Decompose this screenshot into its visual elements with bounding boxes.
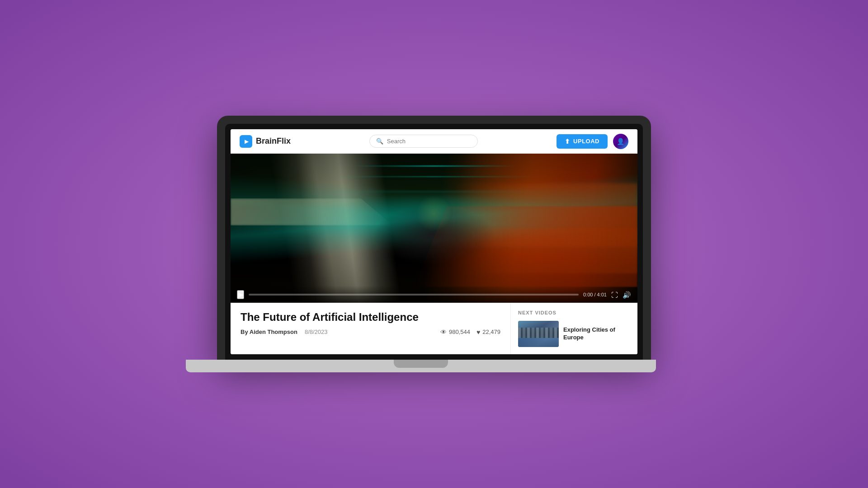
logo-text: BrainFlix <box>256 136 291 146</box>
app-header: BrainFlix 🔍 ⬆ UPLOAD 👤 <box>231 129 637 154</box>
view-count: 👁 980,544 <box>440 328 470 336</box>
video-details: The Future of Artificial Intelligence By… <box>231 303 511 354</box>
laptop-notch <box>394 360 448 368</box>
video-frame <box>231 154 637 303</box>
search-icon: 🔍 <box>376 138 383 145</box>
upload-icon: ⬆ <box>565 138 571 145</box>
fullscreen-button[interactable]: ⛶ <box>611 291 618 298</box>
time-display: 0:00 / 4:01 <box>583 292 607 297</box>
next-videos-panel: NEXT VIDEOS Exploring Cities of Europe <box>511 303 637 354</box>
progress-bar[interactable] <box>249 294 579 296</box>
video-date: 8/8/2023 <box>305 328 328 335</box>
search-input[interactable] <box>387 138 471 145</box>
laptop-bottom <box>186 360 656 372</box>
video-title: The Future of Artificial Intelligence <box>241 311 500 324</box>
video-controls: ▶ 0:00 / 4:01 ⛶ 🔊 <box>231 286 637 303</box>
like-count: ♥ 22,479 <box>476 328 500 336</box>
next-videos-label: NEXT VIDEOS <box>518 310 630 315</box>
header-right: ⬆ UPLOAD 👤 <box>557 134 628 149</box>
video-info-section: The Future of Artificial Intelligence By… <box>231 303 637 354</box>
avatar[interactable]: 👤 <box>613 134 628 149</box>
next-video-item[interactable]: Exploring Cities of Europe <box>518 321 630 347</box>
next-video-thumbnail <box>518 321 559 347</box>
video-meta: By Aiden Thompson 8/8/2023 👁 980,544 ♥ <box>241 328 500 336</box>
volume-button[interactable]: 🔊 <box>623 291 631 298</box>
search-bar[interactable]: 🔍 <box>369 135 478 148</box>
play-button[interactable]: ▶ <box>237 290 244 299</box>
video-author: By Aiden Thompson <box>241 328 297 335</box>
video-stats: 👁 980,544 ♥ 22,479 <box>440 328 500 336</box>
next-video-title: Exploring Cities of Europe <box>563 326 630 342</box>
upload-button[interactable]: ⬆ UPLOAD <box>557 134 608 149</box>
eye-icon: 👁 <box>440 328 447 336</box>
logo-area: BrainFlix <box>240 135 291 148</box>
logo-icon <box>240 135 252 148</box>
video-player[interactable]: ▶ 0:00 / 4:01 ⛶ 🔊 <box>231 154 637 303</box>
heart-icon: ♥ <box>476 328 480 336</box>
video-thumbnail: ▶ 0:00 / 4:01 ⛶ 🔊 <box>231 154 637 303</box>
